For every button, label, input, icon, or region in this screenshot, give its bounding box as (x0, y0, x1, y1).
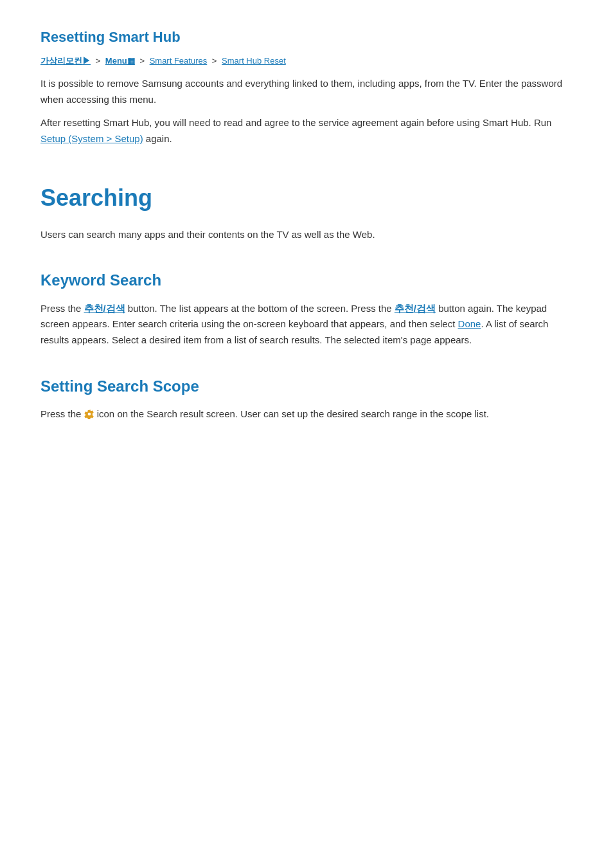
keyword-prefix: Press the (40, 303, 84, 314)
breadcrumb: 가상리모컨▶ > Menu▦ > Smart Features > Smart … (40, 55, 573, 68)
keyword-done-link[interactable]: Done (458, 318, 481, 329)
scope-suffix: icon on the Search result screen. User c… (94, 408, 490, 419)
gear-icon (84, 408, 94, 419)
keyword-middle1: button. The list appears at the bottom o… (125, 303, 395, 314)
scope-para: Press the icon on the Search result scre… (40, 406, 573, 422)
resetting-para2: After resetting Smart Hub, you will need… (40, 115, 573, 147)
breadcrumb-sep3: > (212, 56, 219, 66)
resetting-title: Resetting Smart Hub (40, 26, 573, 48)
resetting-para2-prefix: After resetting Smart Hub, you will need… (40, 117, 551, 128)
scope-title: Setting Search Scope (40, 374, 573, 399)
resetting-setup-link[interactable]: Setup (System > Setup) (40, 133, 143, 144)
breadcrumb-sep1: > (96, 56, 103, 66)
breadcrumb-part3[interactable]: Smart Features (150, 56, 208, 66)
keyword-title: Keyword Search (40, 268, 573, 293)
resetting-para2-suffix: again. (143, 133, 172, 144)
breadcrumb-part4[interactable]: Smart Hub Reset (222, 56, 286, 66)
resetting-para1: It is possible to remove Samsung account… (40, 76, 573, 108)
searching-section: Searching Users can search many apps and… (40, 179, 573, 242)
keyword-section: Keyword Search Press the 추천/검색 button. T… (40, 268, 573, 348)
breadcrumb-part2[interactable]: Menu▦ (105, 56, 135, 66)
searching-title: Searching (40, 179, 573, 217)
keyword-korean-btn2[interactable]: 추천/검색 (395, 303, 436, 314)
resetting-section: Resetting Smart Hub 가상리모컨▶ > Menu▦ > Sma… (40, 26, 573, 147)
keyword-para: Press the 추천/검색 button. The list appears… (40, 301, 573, 348)
breadcrumb-part1[interactable]: 가상리모컨▶ (40, 56, 91, 66)
scope-prefix: Press the (40, 408, 84, 419)
searching-intro: Users can search many apps and their con… (40, 227, 573, 243)
scope-section: Setting Search Scope Press the icon on t… (40, 374, 573, 422)
keyword-korean-btn1[interactable]: 추천/검색 (84, 303, 125, 314)
breadcrumb-sep2: > (139, 56, 147, 66)
